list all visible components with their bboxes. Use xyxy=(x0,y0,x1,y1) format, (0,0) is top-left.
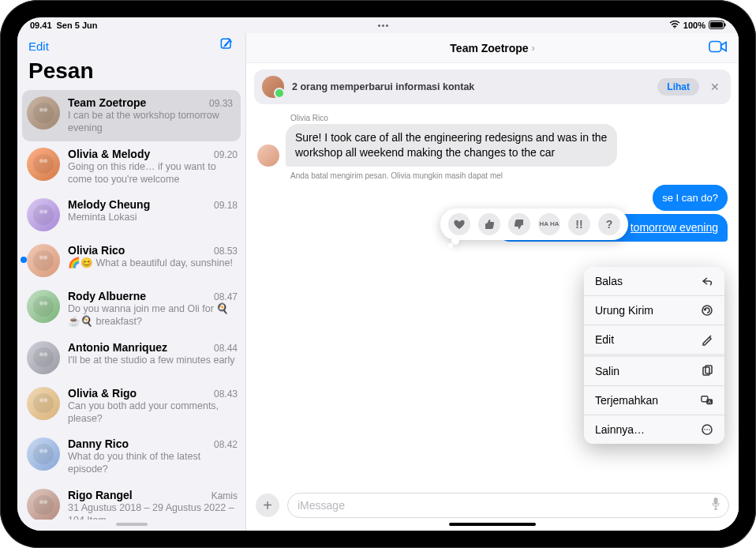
avatar xyxy=(27,341,60,374)
conversation-list[interactable]: Team Zoetrope09.33 I can be at the works… xyxy=(17,90,245,520)
incoming-message[interactable]: Sure! I took care of all the engineering… xyxy=(286,124,617,167)
svg-point-0 xyxy=(674,27,676,28)
multitask-dots[interactable] xyxy=(98,24,669,27)
menu-label: Urung Kirim xyxy=(595,304,653,317)
chevron-right-icon: › xyxy=(532,43,535,54)
outgoing-text-b: tomorrow evening xyxy=(631,221,718,234)
avatar xyxy=(27,437,60,471)
conversation-time: 09.33 xyxy=(209,98,233,109)
menu-more[interactable]: Lainnya… xyxy=(584,415,724,444)
conversation-time: 08.53 xyxy=(214,246,238,257)
conversation-snippet: 🌈😊 What a beautiful day, sunshine! xyxy=(68,257,238,269)
menu-copy[interactable]: Salin xyxy=(584,357,724,386)
compose-icon[interactable] xyxy=(219,36,234,55)
conversation-item[interactable]: Danny Rico08.42 What do you think of the… xyxy=(17,431,245,482)
tapback-question-icon[interactable]: ? xyxy=(598,213,620,235)
message-input[interactable] xyxy=(287,493,729,518)
outgoing-message-partial[interactable]: se I can do? xyxy=(653,185,728,212)
banner-view-button[interactable]: Lihat xyxy=(657,78,699,96)
tapback-thumbs-up-icon[interactable] xyxy=(478,213,500,235)
status-date: Sen 5 Jun xyxy=(57,21,98,30)
chat-title-text: Team Zoetrope xyxy=(450,42,528,54)
home-indicator-icon xyxy=(116,523,148,526)
menu-undo-send[interactable]: Urung Kirim xyxy=(584,296,724,325)
conversation-sidebar: Edit Pesan Team Zoetrope09.33 I can be a… xyxy=(17,33,246,531)
battery-icon xyxy=(709,21,726,31)
banner-close-icon[interactable]: ✕ xyxy=(707,81,723,93)
reply-icon xyxy=(699,275,713,287)
system-note: Anda batal mengirim pesan. Olivia mungki… xyxy=(290,171,728,180)
pencil-icon xyxy=(699,333,713,346)
avatar xyxy=(27,198,60,231)
conversation-time: 09.18 xyxy=(214,200,238,211)
conversation-item[interactable]: Melody Cheung09.18 Meminta Lokasi xyxy=(17,192,245,238)
tapback-thumbs-down-icon[interactable] xyxy=(508,213,530,235)
conversation-item[interactable]: Rody Albuerne08.47 Do you wanna join me … xyxy=(17,283,245,335)
conversation-name: Antonio Manriquez xyxy=(68,341,167,354)
menu-translate[interactable]: Terjemahkan A xyxy=(584,386,724,415)
chat-title[interactable]: Team Zoetrope › xyxy=(450,42,534,54)
video-call-icon[interactable] xyxy=(709,39,728,57)
avatar xyxy=(27,96,60,129)
svg-rect-2 xyxy=(710,22,723,28)
conversation-item[interactable]: Rigo RangelKamis 31 Agustus 2018 – 29 Ag… xyxy=(17,482,245,520)
contact-update-banner: 2 orang memperbarui informasi kontak Lih… xyxy=(254,69,731,104)
menu-label: Salin xyxy=(595,365,619,377)
conversation-item[interactable]: Antonio Manriquez08.44 I'll be at the st… xyxy=(17,335,245,381)
chat-header: Team Zoetrope › xyxy=(246,33,739,63)
conversation-snippet: What do you think of the latest episode? xyxy=(68,450,238,476)
banner-text: 2 orang memperbarui informasi kontak xyxy=(292,81,649,92)
tapback-haha-icon[interactable]: HA HA xyxy=(538,213,560,235)
svg-point-13 xyxy=(704,429,705,430)
conversation-name: Olivia & Rigo xyxy=(68,387,137,400)
context-menu: Balas Urung Kirim Edit Salin xyxy=(584,267,724,444)
conversation-snippet: Meminta Lokasi xyxy=(68,211,238,223)
avatar xyxy=(27,244,60,277)
conversation-name: Rigo Rangel xyxy=(68,489,133,501)
tapback-heart-icon[interactable] xyxy=(448,213,470,235)
conversation-item[interactable]: Olivia & Melody09.20 Going on this ride…… xyxy=(17,141,245,193)
attach-plus-icon[interactable]: + xyxy=(256,494,279,517)
conversation-name: Rody Albuerne xyxy=(68,290,146,302)
more-icon xyxy=(699,423,713,436)
svg-text:A: A xyxy=(708,400,711,404)
home-indicator-icon xyxy=(449,523,536,526)
sender-label: Olivia Rico xyxy=(290,114,728,122)
svg-rect-5 xyxy=(709,41,721,51)
conversation-item[interactable]: Olivia & Rigo08.43 Can you both add your… xyxy=(17,381,245,432)
conversation-time: 08.43 xyxy=(214,388,238,400)
conversation-item[interactable]: Olivia Rico08.53 🌈😊 What a beautiful day… xyxy=(17,238,245,283)
conversation-snippet: I can be at the workshop tomorrow evenin… xyxy=(68,109,233,135)
banner-avatar xyxy=(262,76,284,98)
menu-edit[interactable]: Edit xyxy=(584,325,724,357)
menu-label: Terjemahkan xyxy=(595,394,658,407)
svg-point-14 xyxy=(706,429,708,430)
translate-icon: A xyxy=(699,394,713,407)
svg-point-6 xyxy=(702,306,712,315)
conversation-snippet: Can you both add your comments, please? xyxy=(68,400,238,426)
status-bar: 09.41 Sen 5 Jun 100% xyxy=(17,17,739,33)
conversation-snippet: Do you wanna join me and Oli for 🍳☕🍳 bre… xyxy=(68,302,238,328)
undo-send-icon xyxy=(699,304,713,317)
message-avatar xyxy=(257,145,279,167)
conversation-name: Olivia & Melody xyxy=(68,148,150,160)
microphone-icon[interactable] xyxy=(710,497,721,514)
svg-point-15 xyxy=(709,429,710,430)
tapback-exclaim-icon[interactable]: !! xyxy=(568,213,590,235)
avatar xyxy=(27,387,60,420)
conversation-time: 09.20 xyxy=(214,149,238,160)
conversation-time: Kamis xyxy=(211,490,238,501)
conversation-snippet: I'll be at the studio a few minutes earl… xyxy=(68,354,238,366)
edit-button[interactable]: Edit xyxy=(28,39,49,53)
conversation-time: 08.44 xyxy=(214,343,238,354)
conversation-item[interactable]: Team Zoetrope09.33 I can be at the works… xyxy=(22,90,241,141)
conversation-name: Danny Rico xyxy=(68,437,129,450)
status-time: 09.41 xyxy=(30,21,52,30)
conversation-time: 08.47 xyxy=(214,291,238,302)
menu-reply[interactable]: Balas xyxy=(584,267,724,296)
avatar xyxy=(27,148,60,181)
messages-area[interactable]: Olivia Rico Sure! I took care of all the… xyxy=(246,111,739,486)
avatar xyxy=(27,489,60,520)
conversation-snippet: Going on this ride… if you want to come … xyxy=(68,160,238,186)
menu-label: Edit xyxy=(595,333,614,346)
